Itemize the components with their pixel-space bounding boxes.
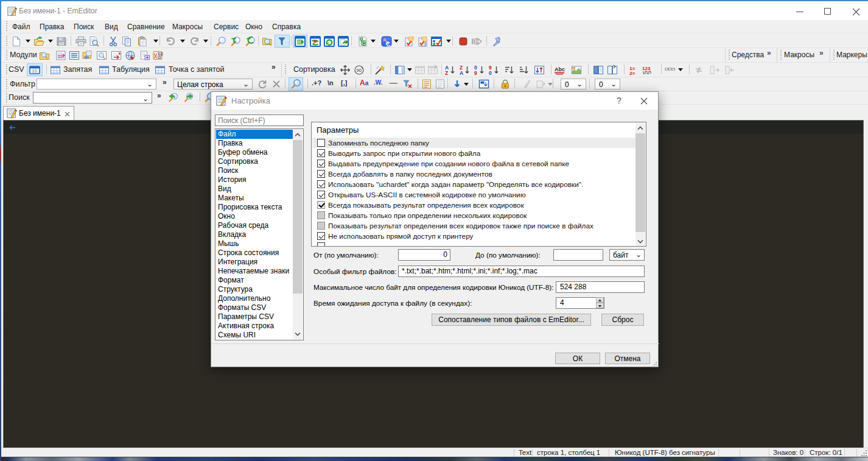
svg-text:0: 0	[489, 70, 492, 76]
svg-text:Abc: Abc	[555, 66, 565, 72]
svg-text:123: 123	[642, 66, 651, 71]
svg-text:123: 123	[158, 52, 163, 56]
svg-text:90: 90	[357, 68, 362, 73]
svg-text:Z: Z	[445, 70, 448, 76]
svg-text:9: 9	[474, 70, 477, 76]
svg-text:2=: 2=	[629, 71, 635, 76]
svg-text:A: A	[460, 70, 463, 76]
